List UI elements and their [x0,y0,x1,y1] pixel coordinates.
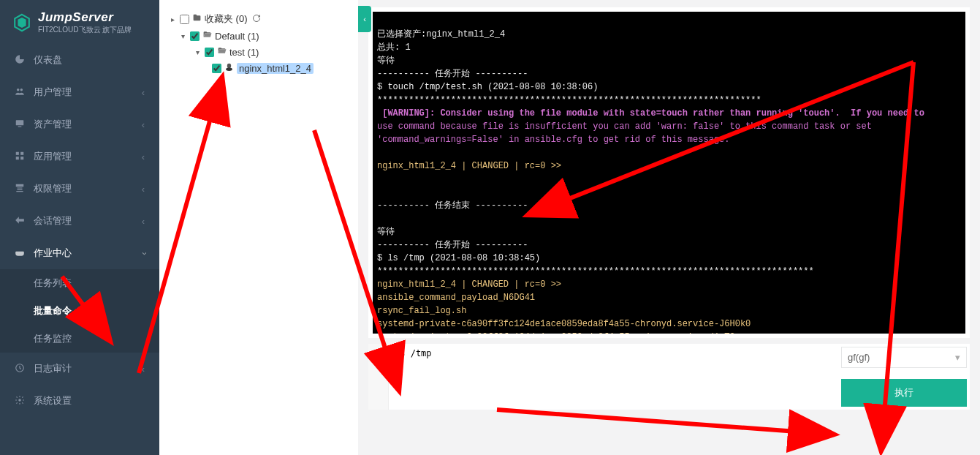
audits-icon [15,363,26,375]
tree-checkbox[interactable] [205,48,214,57]
chevron-left-icon: ‹ [142,87,145,98]
tree-checkbox[interactable] [212,64,221,73]
svg-rect-5 [20,151,23,154]
gear-icon [15,395,26,407]
tree-caret-icon: ▾ [193,48,202,56]
sessions-icon [15,215,26,228]
sub-label: 批量命令 [34,305,72,316]
tree-test[interactable]: ▾ test (1) [167,44,351,60]
nav-settings[interactable]: 系统设置 [0,385,159,417]
assets-icon [15,119,26,131]
nav-label: 作业中心 [34,247,72,260]
refresh-icon[interactable] [252,14,261,25]
runas-label: gf(gf) [848,352,870,363]
tree-checkbox[interactable] [190,31,200,41]
folder-open-icon [217,46,227,58]
sub-nav-tasks[interactable]: 任务列表 [0,269,159,297]
chevron-left-icon: ‹ [142,216,145,227]
asset-tree-panel: ‹ ▸ 收藏夹 (0) ▾ Default (1) ▾ [159,0,358,455]
sub-label: 任务监控 [34,333,72,344]
nav-label: 用户管理 [34,86,72,99]
users-icon [15,86,26,99]
tree-label: nginx_html1_2_4 [237,63,314,74]
tree-label: Default (1) [215,31,259,42]
svg-point-1 [20,88,23,91]
nav-assets[interactable]: 资产管理 ‹ [0,108,159,140]
svg-point-11 [226,68,232,71]
nav-label: 系统设置 [34,394,72,407]
nav-label: 会话管理 [34,214,72,228]
nav-label: 权限管理 [34,182,72,195]
svg-point-10 [227,64,231,69]
brand-logo-icon [12,12,32,33]
ops-icon [15,247,26,260]
sidebar: JumpServer FIT2CLOUD飞致云 旗下品牌 仪表盘 用户管理 ‹ [0,0,159,455]
execute-button[interactable]: 执行 [841,379,967,407]
chevron-down-icon: ‹ [137,252,148,255]
brand-subtitle: FIT2CLOUD飞致云 旗下品牌 [38,25,132,35]
tree-caret-icon: ▸ [168,15,177,23]
apps-icon [15,151,26,163]
collapse-tree-button[interactable]: ‹ [358,6,371,32]
command-input[interactable] [389,344,838,410]
sub-nav-monitor[interactable]: 任务监控 [0,325,159,353]
folder-open-icon [202,30,213,42]
tree-default[interactable]: ▾ Default (1) [167,28,351,44]
tree-label: 收藏夹 (0) [205,12,248,26]
nav-sessions[interactable]: 会话管理 ‹ [0,205,159,237]
nav-audits[interactable]: 日志审计 ‹ [0,353,159,385]
sub-nav-bulk-command[interactable]: 批量命令 [0,297,159,325]
nav-users[interactable]: 用户管理 ‹ [0,76,159,108]
svg-rect-2 [16,120,24,125]
tree-asset-nginx[interactable]: nginx_html1_2_4 [167,60,351,76]
chevron-left-icon: ‹ [142,184,145,195]
perms-icon [15,183,26,195]
svg-rect-3 [18,126,22,127]
nav-ops[interactable]: 作业中心 ‹ [0,237,159,269]
chevron-left-icon: ‹ [142,364,145,375]
tree-checkbox[interactable] [180,15,189,24]
chevron-left-icon: ‹ [142,151,145,162]
tree-label: test (1) [229,47,259,58]
folder-icon [192,13,202,25]
brand-title: JumpServer [38,10,132,25]
nav-label: 日志审计 [34,362,72,375]
svg-point-9 [18,399,21,402]
svg-rect-7 [20,157,23,159]
chevron-down-icon: ▾ [955,352,960,363]
nav-label: 应用管理 [34,150,72,163]
brand: JumpServer FIT2CLOUD飞致云 旗下品牌 [0,0,159,44]
main-content: 已选择资产:nginx_html1_2_4 总共: 1 等待 ---------… [358,0,980,455]
svg-rect-6 [16,157,19,159]
line-gutter: 1 [368,344,389,410]
chevron-left-icon: ‹ [142,119,145,130]
nav-apps[interactable]: 应用管理 ‹ [0,140,159,173]
nav-label: 仪表盘 [34,53,62,67]
nav-label: 资产管理 [34,118,72,131]
command-editor: 1 gf(gf) ▾ 执行 [368,344,970,410]
runas-select[interactable]: gf(gf) ▾ [841,347,967,368]
linux-icon [224,62,235,74]
sub-label: 任务列表 [34,277,72,288]
svg-rect-4 [16,151,19,154]
svg-point-0 [17,88,20,91]
nav-dashboard[interactable]: 仪表盘 [0,44,159,76]
nav-perms[interactable]: 权限管理 ‹ [0,173,159,205]
tree-favorites[interactable]: ▸ 收藏夹 (0) [167,10,351,28]
dashboard-icon [15,54,26,67]
terminal-output[interactable]: 已选择资产:nginx_html1_2_4 总共: 1 等待 ---------… [373,12,965,334]
tree-caret-icon: ▾ [178,32,187,40]
